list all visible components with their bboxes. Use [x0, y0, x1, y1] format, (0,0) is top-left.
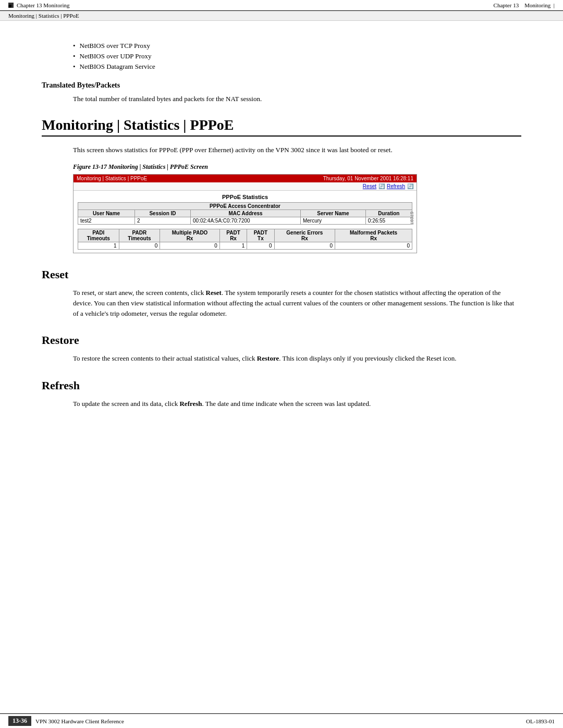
cell-session: 2 [135, 217, 191, 225]
translated-bytes-text: The total number of translated bytes and… [73, 94, 521, 104]
doc-title: VPN 3002 Hardware Client Reference [35, 718, 124, 724]
col-padr-timeouts: PADRTimeouts [119, 229, 160, 242]
col-duration: Duration [365, 210, 412, 217]
col-padt-tx: PADTTx [247, 229, 274, 242]
refresh-text: To update the screen and its data, click… [73, 399, 521, 409]
refresh-link[interactable]: Refresh [387, 183, 405, 189]
main-content: NetBIOS over TCP Proxy NetBIOS over UDP … [0, 21, 563, 446]
list-item: NetBIOS Datagram Service [73, 63, 521, 71]
col-server-name: Server Name [300, 210, 365, 217]
book-icon: ■ [8, 3, 14, 8]
screen-header-right: Thursday, 01 November 2001 16:28:11 [323, 176, 413, 181]
val-malformed-packets: 0 [335, 242, 412, 250]
val-multiple-pado: 0 [160, 242, 220, 250]
reset-heading: Reset [42, 268, 521, 281]
col-generic-errors: Generic ErrorsRx [274, 229, 335, 242]
stats-title: PPPoE Statistics [78, 194, 412, 200]
screen-toolbar: Reset 🔄 Refresh 🔄 [74, 182, 417, 191]
restore-text: To restore the screen contents to their … [73, 353, 521, 364]
reset-text: To reset, or start anew, the screen cont… [73, 288, 521, 319]
list-item: NetBIOS over TCP Proxy [73, 42, 521, 50]
screen-body: PPPoE Statistics PPPoE Access Concentrat… [74, 191, 417, 253]
figure-caption: Figure 13-17 Monitoring | Statistics | P… [73, 163, 521, 171]
col-session-id: Session ID [135, 210, 191, 217]
val-padi: 1 [78, 242, 119, 250]
table-row: 1 0 0 1 0 0 0 [78, 242, 412, 250]
pppoe-concentrator-table: PPPoE Access Concentrator User Name Sess… [78, 202, 412, 225]
bottom-left: 13-36 VPN 3002 Hardware Client Reference [8, 716, 124, 726]
bullet-list: NetBIOS over TCP Proxy NetBIOS over UDP … [73, 42, 521, 71]
pppoe-lower-table: PADITimeouts PADRTimeouts Multiple PADOR… [78, 229, 412, 250]
cell-duration: 0:26:55 [365, 217, 412, 225]
page-title: Monitoring | Statistics | PPPoE [42, 117, 521, 137]
chapter-breadcrumb: Chapter 13 Monitoring [17, 2, 69, 8]
col-malformed-packets: Malformed PacketsRx [335, 229, 412, 242]
cell-server: Mercury [300, 217, 365, 225]
col-user-name: User Name [78, 210, 135, 217]
col-multiple-pado: Multiple PADORx [160, 229, 220, 242]
val-padr: 0 [119, 242, 160, 250]
cell-user: test2 [78, 217, 135, 225]
top-bar: ■ Chapter 13 Monitoring Chapter 13 Monit… [0, 0, 563, 11]
translated-bytes-heading: Translated Bytes/Packets [42, 81, 521, 90]
val-generic-errors: 0 [274, 242, 335, 250]
restore-heading: Restore [42, 334, 521, 347]
screen-mockup: Monitoring | Statistics | PPPoE Thursday… [73, 174, 417, 253]
col-mac-address: MAC Address [191, 210, 301, 217]
col-padi-timeouts: PADITimeouts [78, 229, 119, 242]
list-item: NetBIOS over UDP Proxy [73, 52, 521, 60]
page-intro: This screen shows statistics for PPPoE (… [73, 145, 521, 155]
breadcrumb-text: Monitoring | Statistics | PPPoE [8, 13, 79, 19]
refresh-heading: Refresh [42, 379, 521, 392]
top-bar-right: Chapter 13 Monitoring | [494, 2, 555, 8]
val-padt-tx: 0 [247, 242, 274, 250]
breadcrumb: Monitoring | Statistics | PPPoE [0, 11, 563, 21]
val-padt-rx: 1 [219, 242, 247, 250]
doc-id: OL-1893-01 [526, 718, 555, 724]
refresh-icon: 🔄 [407, 183, 413, 189]
figure-id: 67697 [407, 211, 417, 225]
bottom-bar: 13-36 VPN 3002 Hardware Client Reference… [0, 713, 563, 728]
page-number: 13-36 [8, 716, 31, 726]
concentrator-header: PPPoE Access Concentrator [78, 203, 412, 210]
screen-header: Monitoring | Statistics | PPPoE Thursday… [74, 175, 417, 182]
table-row: test2 2 00:02:4A:5A:C0:70:7200 Mercury 0… [78, 217, 412, 225]
screen-header-left: Monitoring | Statistics | PPPoE [77, 176, 147, 181]
col-padt-rx: PADTRx [219, 229, 247, 242]
cell-mac: 00:02:4A:5A:C0:70:7200 [191, 217, 301, 225]
reset-link[interactable]: Reset [363, 183, 376, 189]
top-bar-left: ■ Chapter 13 Monitoring [8, 2, 69, 8]
